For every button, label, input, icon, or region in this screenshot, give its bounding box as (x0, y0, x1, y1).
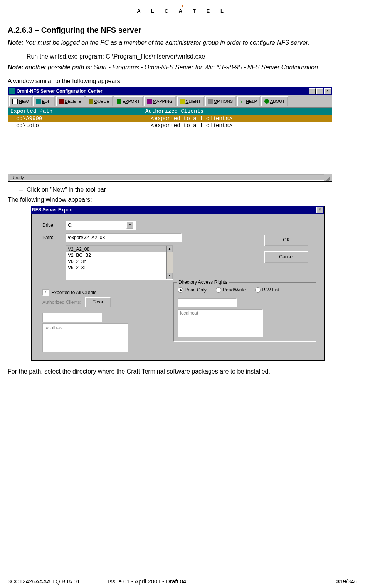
list-item[interactable]: V2_A2_08 (66, 246, 173, 252)
toolbar-new[interactable]: NEW (9, 96, 32, 106)
list-item[interactable]: V2_BO_B2 (66, 252, 173, 258)
list-row[interactable]: c:\toto <exported to all clients> (8, 122, 332, 129)
maximize-button[interactable]: □ (316, 88, 323, 94)
toolbar-client[interactable]: CLIENT (177, 96, 204, 106)
note-1: Note: You must be logged on the PC as a … (8, 39, 357, 46)
path-input[interactable]: \export\V2_A2_08 (66, 233, 182, 242)
toolbar-export[interactable]: EXPORT (114, 96, 143, 106)
path-label: Path: (42, 235, 66, 240)
auth-clients-label: Authorized Clients: (42, 300, 81, 305)
intro-text-2: The following window appears: (8, 196, 357, 203)
app-icon (9, 88, 15, 94)
step-run-program: Run the wnfsd.exe program: C:\Program_fi… (19, 53, 357, 60)
toolbar-options[interactable]: OPTIONS (205, 96, 236, 106)
intro-text-1: A window similar to the following appear… (8, 78, 357, 85)
scroll-down-icon[interactable]: ▼ (167, 273, 173, 279)
toolbar-queue[interactable]: QUEUE (86, 96, 113, 106)
toolbar-about[interactable]: ABOUT (261, 96, 288, 106)
close-button[interactable]: × (324, 88, 331, 94)
export-all-checkbox[interactable]: ✓ Exported to All Clients (42, 289, 158, 296)
list-item[interactable]: V6_2_3i (66, 265, 173, 271)
nfs-export-dialog: NFS Server Export × OK Cancel Drive: C: … (31, 206, 325, 361)
resize-grip-icon[interactable] (325, 175, 330, 181)
clear-button[interactable]: Clear (85, 297, 111, 307)
export-list[interactable]: c:\A9900 <exported to all clients> c:\to… (8, 115, 332, 173)
section-heading: A.2.6.3 – Configuring the NFS server (8, 26, 357, 35)
list-row[interactable]: c:\A9900 <exported to all clients> (8, 115, 332, 122)
access-rights-group: Directory Access Rights Read Only Read/W… (173, 282, 316, 342)
drive-label: Drive: (42, 223, 66, 228)
dialog-titlebar[interactable]: NFS Server Export × (31, 206, 324, 214)
drive-combo[interactable]: C: ▼ (66, 221, 136, 230)
window-title: Omni-NFS Server Configuration Center (17, 89, 103, 94)
toolbar: NEW EDIT DELETE QUEUE EXPORT MAPPING CLI… (8, 95, 332, 108)
status-bar: Ready (8, 173, 332, 181)
toolbar-mapping[interactable]: MAPPING (144, 96, 176, 106)
auth-client-list[interactable]: localhost (42, 323, 128, 352)
list-item[interactable]: V6_2_3h (66, 258, 173, 265)
auth-client-input[interactable] (42, 313, 102, 322)
omni-nfs-window: Omni-NFS Server Configuration Center _ □… (8, 87, 332, 182)
radio-read-write[interactable]: Read/Write (216, 287, 246, 293)
scrollbar[interactable]: ▲▼ (166, 246, 173, 279)
rights-host-input[interactable] (178, 298, 237, 307)
radio-rw-list[interactable]: R/W List (255, 287, 279, 293)
toolbar-delete[interactable]: DELETE (56, 96, 84, 106)
toolbar-help[interactable]: ?HELP (237, 96, 260, 106)
list-header: Exported Path Authorized Clients (8, 108, 332, 115)
chevron-down-icon[interactable]: ▼ (126, 222, 133, 229)
folder-listbox[interactable]: V2_A2_08 V2_BO_B2 V6_2_3h V6_2_3i ▲▼ (66, 245, 173, 280)
dialog-title: NFS Server Export (32, 207, 73, 213)
brand-logo: ▼ A L C A T E L (8, 4, 357, 14)
rights-host-list[interactable]: localhost (178, 309, 263, 337)
page-footer: 3CC12426AAAA TQ BJA 01 Issue 01 - April … (8, 578, 357, 585)
minimize-button[interactable]: _ (309, 88, 316, 94)
dialog-close-button[interactable]: × (316, 207, 323, 213)
step-click-new: Click on "New" in the tool bar (19, 186, 357, 193)
scroll-up-icon[interactable]: ▲ (167, 246, 173, 252)
outro-text: For the path, select the directory where… (8, 368, 357, 375)
radio-read-only[interactable]: Read Only (178, 287, 207, 293)
titlebar[interactable]: Omni-NFS Server Configuration Center _ □… (8, 87, 332, 95)
note-2: Note: another possible path is: Start - … (8, 64, 357, 71)
toolbar-edit[interactable]: EDIT (33, 96, 55, 106)
cancel-button[interactable]: Cancel (264, 251, 308, 263)
ok-button[interactable]: OK (264, 235, 308, 246)
